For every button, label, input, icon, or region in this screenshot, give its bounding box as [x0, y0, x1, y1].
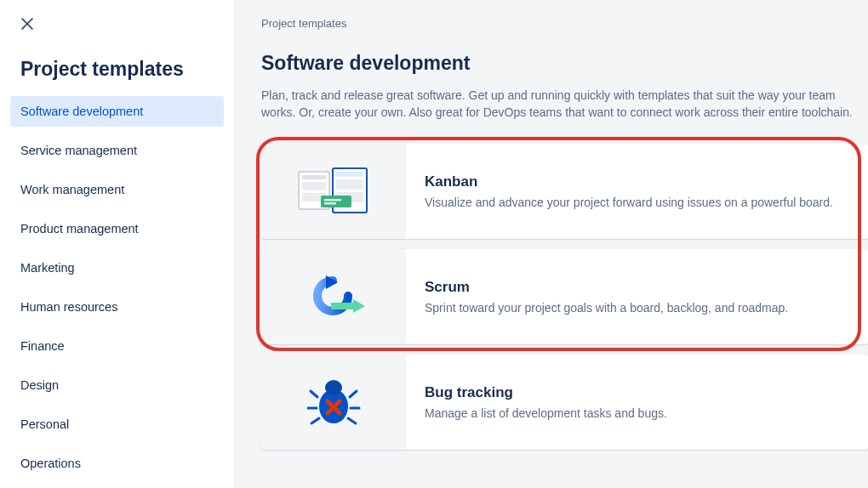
- svg-rect-4: [302, 182, 326, 190]
- svg-line-16: [311, 391, 317, 397]
- svg-rect-8: [336, 179, 363, 190]
- sidebar-list: Software development Service management …: [0, 93, 234, 488]
- template-description: Visualize and advance your project forwa…: [425, 196, 833, 209]
- sidebar-item-operations[interactable]: Operations: [10, 448, 224, 479]
- sidebar-item-software-development[interactable]: Software development: [10, 96, 224, 127]
- svg-line-17: [350, 391, 357, 397]
- bug-icon: [261, 355, 406, 450]
- svg-point-15: [325, 380, 342, 395]
- sidebar-title: Project templates: [0, 43, 234, 93]
- sidebar-item-marketing[interactable]: Marketing: [10, 253, 224, 283]
- breadcrumb: Project templates: [261, 17, 868, 30]
- sidebar-item-human-resources[interactable]: Human resources: [10, 292, 224, 322]
- sidebar-item-finance[interactable]: Finance: [10, 331, 224, 361]
- sidebar: Project templates Software development S…: [0, 0, 234, 488]
- sidebar-item-work-management[interactable]: Work management: [10, 174, 224, 205]
- sprint-cycle-icon: [261, 249, 406, 344]
- page-title: Software development: [261, 52, 868, 75]
- template-card-bug-tracking[interactable]: Bug tracking Manage a list of developmen…: [261, 355, 868, 450]
- svg-rect-13: [331, 303, 353, 309]
- page-description: Plan, track and release great software. …: [261, 87, 868, 122]
- sidebar-item-product-management[interactable]: Product management: [10, 213, 224, 244]
- template-card-scrum[interactable]: Scrum Sprint toward your project goals w…: [261, 249, 868, 344]
- highlighted-templates-group: Kanban Visualize and advance your projec…: [261, 144, 868, 344]
- template-title: Kanban: [425, 173, 833, 190]
- svg-line-20: [311, 418, 319, 423]
- template-title: Scrum: [425, 279, 788, 296]
- template-description: Sprint toward your project goals with a …: [425, 301, 788, 315]
- svg-rect-3: [302, 175, 326, 179]
- close-icon[interactable]: [19, 15, 36, 32]
- main-panel: Project templates Software development P…: [234, 0, 868, 488]
- svg-line-21: [348, 418, 356, 423]
- template-description: Manage a list of development tasks and b…: [425, 406, 667, 420]
- svg-rect-10: [321, 196, 351, 207]
- kanban-board-icon: [261, 144, 406, 239]
- svg-rect-7: [336, 172, 363, 177]
- sidebar-item-service-management[interactable]: Service management: [10, 135, 224, 166]
- sidebar-item-personal[interactable]: Personal: [10, 409, 224, 440]
- template-card-kanban[interactable]: Kanban Visualize and advance your projec…: [261, 144, 868, 239]
- svg-rect-11: [324, 199, 341, 201]
- svg-rect-12: [324, 202, 336, 205]
- template-title: Bug tracking: [425, 384, 667, 401]
- sidebar-item-design[interactable]: Design: [10, 370, 224, 400]
